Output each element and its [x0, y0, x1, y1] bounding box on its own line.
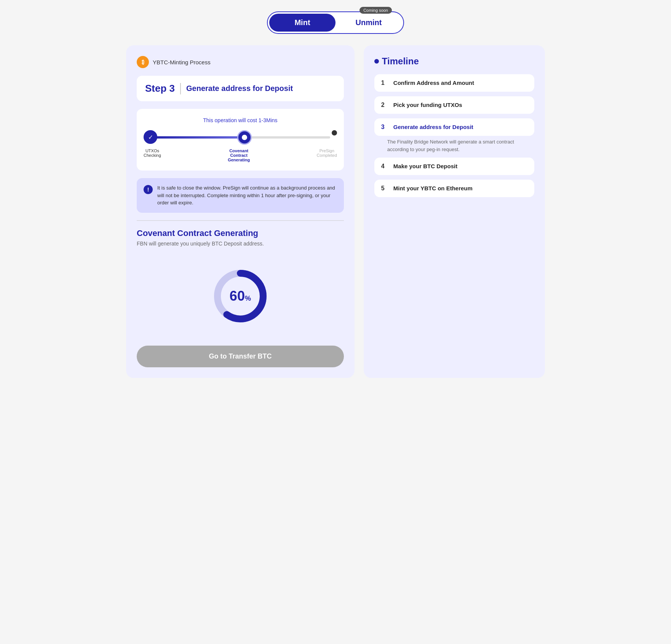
timeline-title: Timeline [374, 56, 534, 67]
node-circle-active [237, 130, 252, 145]
progress-track: ✓ [144, 130, 337, 145]
timeline-label-1: Confirm Address and Amount [393, 80, 474, 86]
section-divider [137, 220, 344, 221]
timeline-item-2: 2 Pick your funding UTXOs [374, 96, 534, 114]
timeline-desc-3: The Finality Bridge Network will generat… [374, 138, 534, 155]
right-panel: Timeline 1 Confirm Address and Amount 2 … [364, 45, 545, 378]
process-title: YBTC-Minting Process [153, 59, 211, 65]
donut-container: 60% [210, 266, 271, 327]
track-labels: UTXOsChecking CovenantContractGenerating… [144, 148, 337, 162]
operation-cost: This operation will cost 1-3Mins [144, 117, 337, 123]
timeline-item-1: 1 Confirm Address and Amount [374, 74, 534, 92]
timeline-num-3: 3 [381, 124, 387, 131]
timeline-label-5: Mint your YBTC on Ethereum [393, 185, 473, 191]
label-presign: PreSignCompleted [317, 148, 337, 162]
timeline-num-5: 5 [381, 185, 387, 192]
covenant-title: Covenant Contract Generating [137, 228, 344, 238]
step-title-text: Generate address for Deposit [186, 84, 293, 93]
timeline-dot-icon [374, 59, 379, 64]
node-circle-pending [332, 130, 337, 135]
tab-switcher: Coming soon Mint Unmint [267, 11, 404, 34]
covenant-desc: FBN will generate you uniquely BTC Depos… [137, 241, 344, 247]
process-header: ₿ YBTC-Minting Process [137, 56, 344, 68]
left-panel: ₿ YBTC-Minting Process Step 3 Generate a… [126, 45, 355, 378]
timeline-num-4: 4 [381, 163, 387, 170]
track-nodes: ✓ [144, 130, 337, 145]
node-covenant [237, 130, 252, 145]
node-circle-completed: ✓ [144, 130, 157, 144]
transfer-btn[interactable]: Go to Transfer BTC [137, 346, 344, 367]
step-number: Step 3 [145, 83, 175, 94]
coming-soon-badge: Coming soon [359, 7, 392, 14]
info-alert: ! It is safe to close the window. PreSig… [137, 178, 344, 213]
main-layout: ₿ YBTC-Minting Process Step 3 Generate a… [126, 45, 545, 378]
progress-section: This operation will cost 1-3Mins ✓ [137, 109, 344, 171]
timeline-num-1: 1 [381, 80, 387, 86]
unmint-tab[interactable]: Unmint [336, 14, 402, 32]
step-header: Step 3 Generate address for Deposit [137, 76, 344, 101]
donut-wrapper: 60% [137, 266, 344, 327]
timeline-label-3: Generate address for Deposit [393, 124, 473, 130]
step-divider [180, 83, 181, 94]
info-alert-text: It is safe to close the window. PreSign … [157, 184, 337, 207]
covenant-section: Covenant Contract Generating FBN will ge… [137, 228, 344, 247]
node-utxos: ✓ [144, 130, 157, 145]
donut-progress-text: 60% [230, 288, 251, 304]
timeline-num-2: 2 [381, 102, 387, 108]
label-covenant: CovenantContractGenerating [228, 148, 250, 162]
timeline-item-3: 3 Generate address for Deposit [374, 118, 534, 136]
timeline-item-5: 5 Mint your YBTC on Ethereum [374, 180, 534, 197]
mint-tab[interactable]: Mint [269, 14, 336, 32]
label-utxos: UTXOsChecking [144, 148, 161, 162]
timeline-label-2: Pick your funding UTXOs [393, 102, 462, 108]
timeline-label-4: Make your BTC Deposit [393, 163, 457, 169]
exclamation-icon: ! [144, 185, 153, 194]
btc-icon: ₿ [137, 56, 149, 68]
timeline-item-4: 4 Make your BTC Deposit [374, 158, 534, 175]
node-presign [332, 130, 337, 145]
